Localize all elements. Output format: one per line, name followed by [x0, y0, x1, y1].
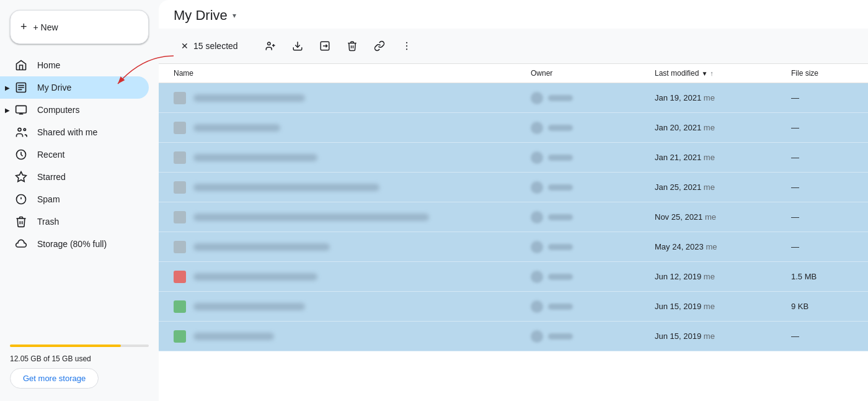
close-icon: ✕	[181, 41, 188, 51]
cloud-icon	[15, 238, 27, 250]
svg-point-18	[405, 42, 407, 43]
svg-rect-3	[18, 87, 24, 88]
owner-cell	[531, 300, 655, 313]
owner-cell	[531, 151, 655, 164]
file-name	[193, 303, 305, 310]
owner-avatar	[531, 181, 543, 194]
drive-icon	[15, 81, 27, 94]
file-name	[193, 154, 317, 161]
col-header-owner[interactable]: Owner	[531, 69, 655, 78]
date-cell: Jan 21, 2021 me	[655, 153, 791, 162]
file-name	[193, 243, 330, 251]
file-name-cell	[174, 271, 531, 283]
svg-rect-4	[18, 89, 22, 91]
file-name	[193, 273, 317, 281]
storage-bar-fill	[10, 345, 121, 347]
sidebar-item-shared-label: Shared with me	[37, 127, 97, 137]
more-actions-button[interactable]	[394, 34, 419, 58]
sidebar-item-my-drive[interactable]: ▶ My Drive	[0, 76, 149, 99]
table-row[interactable]: Jan 19, 2021 me —	[159, 83, 868, 113]
sidebar-item-starred-label: Starred	[37, 172, 66, 182]
delete-button[interactable]	[340, 34, 365, 58]
owner-avatar	[531, 271, 543, 283]
table-row[interactable]: Jun 15, 2019 me 9 KB	[159, 292, 868, 322]
sidebar-item-trash[interactable]: Trash	[0, 210, 149, 233]
sort-desc-icon: ▼	[701, 70, 707, 77]
svg-point-6	[18, 128, 21, 131]
date-cell: Jun 15, 2019 me	[655, 302, 791, 311]
sidebar-item-recent-label: Recent	[37, 150, 64, 160]
sidebar-item-storage[interactable]: Storage (80% full)	[0, 233, 149, 255]
modifier-me: me	[704, 302, 715, 311]
file-name	[193, 333, 274, 340]
size-cell: —	[791, 212, 853, 222]
selected-count-label: 15 selected	[193, 41, 238, 51]
svg-rect-2	[18, 85, 24, 86]
col-header-name[interactable]: Name	[174, 69, 531, 78]
owner-cell	[531, 211, 655, 223]
sort-arrow-up-icon[interactable]: ↑	[710, 70, 714, 77]
table-row[interactable]: Jan 25, 2021 me —	[159, 173, 868, 202]
date-cell: Jun 12, 2019 me	[655, 272, 791, 281]
plus-icon: +	[20, 20, 27, 34]
home-icon	[15, 59, 27, 71]
date-cell: Nov 25, 2021 me	[655, 212, 791, 222]
title-dropdown-icon[interactable]: ▾	[232, 11, 236, 20]
shared-icon	[15, 126, 27, 138]
move-button[interactable]	[312, 34, 337, 58]
storage-bar-background	[10, 345, 149, 347]
size-cell: —	[791, 242, 853, 251]
header: My Drive ▾	[159, 0, 868, 29]
owner-avatar	[531, 241, 543, 253]
table-row[interactable]: Jun 12, 2019 me 1.5 MB	[159, 262, 868, 292]
computers-icon	[15, 104, 27, 116]
file-icon	[174, 122, 186, 134]
owner-avatar	[531, 330, 543, 343]
sidebar-item-shared-with-me[interactable]: Shared with me	[0, 121, 149, 143]
date-cell: Jan 20, 2021 me	[655, 123, 791, 132]
owner-name	[548, 214, 573, 220]
file-name-cell	[174, 211, 531, 223]
modifier-me: me	[704, 123, 715, 132]
table-row[interactable]: Jun 15, 2019 me —	[159, 322, 868, 351]
share-button[interactable]	[258, 34, 283, 58]
table-row[interactable]: Nov 25, 2021 me —	[159, 202, 868, 232]
svg-point-19	[405, 45, 407, 47]
file-icon	[174, 241, 186, 253]
table-row[interactable]: Jan 21, 2021 me —	[159, 143, 868, 173]
sidebar-item-my-drive-label: My Drive	[37, 83, 71, 92]
file-icon	[174, 151, 186, 164]
table-row[interactable]: May 24, 2023 me —	[159, 232, 868, 262]
modifier-me: me	[704, 182, 715, 192]
download-button[interactable]	[285, 34, 310, 58]
clear-selection-button[interactable]: ✕ 15 selected	[174, 37, 246, 55]
get-more-storage-button[interactable]: Get more storage	[10, 368, 99, 389]
date-cell: May 24, 2023 me	[655, 242, 791, 251]
col-header-last-modified[interactable]: Last modified ▼ ↑	[655, 69, 791, 78]
page-title: My Drive	[174, 7, 228, 24]
sidebar-item-home[interactable]: Home	[0, 54, 149, 76]
size-cell: —	[791, 153, 853, 162]
new-button[interactable]: + + New	[10, 10, 149, 44]
file-icon	[174, 271, 186, 283]
owner-name	[548, 184, 573, 191]
file-name	[193, 94, 305, 102]
table-row[interactable]: Jan 20, 2021 me —	[159, 113, 868, 143]
storage-used-text: 12.05 GB of 15 GB used	[10, 354, 149, 363]
sidebar-item-computers[interactable]: ▶ Computers	[0, 99, 149, 121]
file-name-cell	[174, 92, 531, 104]
size-cell: —	[791, 123, 853, 132]
owner-name	[548, 155, 573, 161]
sidebar-item-spam[interactable]: Spam	[0, 188, 149, 210]
date-cell: Jan 25, 2021 me	[655, 182, 791, 192]
file-table: Name Owner Last modified ▼ ↑ File size	[159, 64, 868, 401]
storage-section: 12.05 GB of 15 GB used Get more storage	[0, 337, 159, 396]
sidebar-item-recent[interactable]: Recent	[0, 143, 149, 166]
col-header-file-size[interactable]: File size	[791, 69, 853, 78]
get-link-button[interactable]	[367, 34, 392, 58]
sidebar-item-starred[interactable]: Starred	[0, 166, 149, 188]
svg-marker-9	[16, 172, 27, 182]
owner-avatar	[531, 122, 543, 134]
modifier-me: me	[704, 331, 715, 341]
svg-point-7	[24, 128, 25, 130]
